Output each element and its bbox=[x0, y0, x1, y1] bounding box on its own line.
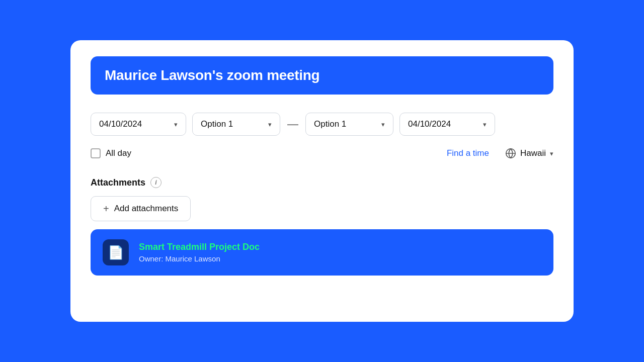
options-row: All day Find a time Hawaii ▾ bbox=[91, 148, 553, 159]
date-separator: — bbox=[286, 118, 299, 131]
start-date-select[interactable]: 04/10/2024 ▾ bbox=[91, 113, 186, 136]
allday-checkbox[interactable] bbox=[91, 148, 101, 158]
attachments-section: Attachments i + Add attachments 📄 Smart … bbox=[91, 177, 553, 276]
timezone-label: Hawaii bbox=[520, 148, 546, 158]
end-date-select[interactable]: 04/10/2024 ▾ bbox=[399, 113, 495, 136]
add-attachments-label: Add attachments bbox=[114, 204, 179, 214]
find-time-link[interactable]: Find a time bbox=[447, 148, 489, 158]
allday-label: All day bbox=[106, 148, 131, 158]
end-date-chevron-icon: ▾ bbox=[483, 121, 487, 128]
globe-icon bbox=[505, 148, 516, 159]
attachment-icon-box: 📄 bbox=[103, 239, 129, 265]
start-option-value: Option 1 bbox=[201, 119, 233, 129]
attachment-item[interactable]: 📄 Smart Treadmill Project Doc Owner: Mau… bbox=[91, 229, 553, 276]
allday-checkbox-container[interactable]: All day bbox=[91, 148, 131, 158]
info-icon[interactable]: i bbox=[150, 177, 162, 188]
end-date-value: 04/10/2024 bbox=[408, 119, 451, 129]
start-date-value: 04/10/2024 bbox=[99, 119, 142, 129]
attachment-owner: Owner: Maurice Lawson bbox=[139, 254, 260, 263]
end-option-select[interactable]: Option 1 ▾ bbox=[305, 113, 393, 136]
attachment-info: Smart Treadmill Project Doc Owner: Mauri… bbox=[139, 242, 260, 263]
timezone-select[interactable]: Hawaii ▾ bbox=[505, 148, 553, 159]
start-date-chevron-icon: ▾ bbox=[174, 121, 178, 128]
main-card: Maurice Lawson's zoom meeting 04/10/2024… bbox=[70, 40, 574, 322]
timezone-chevron-icon: ▾ bbox=[550, 150, 553, 157]
add-attachments-button[interactable]: + Add attachments bbox=[91, 196, 191, 221]
end-option-value: Option 1 bbox=[314, 119, 346, 129]
end-option-chevron-icon: ▾ bbox=[381, 121, 385, 128]
document-icon: 📄 bbox=[108, 245, 124, 260]
start-option-select[interactable]: Option 1 ▾ bbox=[192, 113, 280, 136]
start-option-chevron-icon: ▾ bbox=[268, 121, 272, 128]
date-row: 04/10/2024 ▾ Option 1 ▾ — Option 1 ▾ 04/… bbox=[91, 113, 553, 136]
attachments-title: Attachments bbox=[91, 177, 145, 188]
title-bar: Maurice Lawson's zoom meeting bbox=[91, 56, 553, 95]
plus-icon: + bbox=[103, 204, 109, 214]
attachments-header: Attachments i bbox=[91, 177, 553, 188]
meeting-title: Maurice Lawson's zoom meeting bbox=[105, 67, 539, 83]
attachment-title: Smart Treadmill Project Doc bbox=[139, 242, 260, 252]
